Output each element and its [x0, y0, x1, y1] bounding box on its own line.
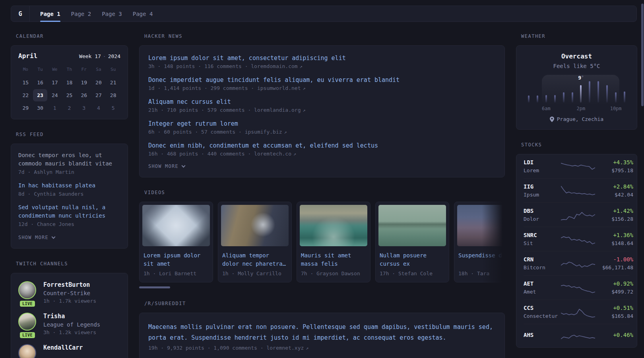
videos-scrollbar-track [139, 286, 505, 288]
chevron-down-icon [51, 235, 55, 239]
stock-change: +1.36% [595, 232, 633, 238]
weather-condition: Overcast [524, 53, 629, 60]
hacker-news-item: Lorem ipsum dolor sit amet, consectetur … [148, 54, 496, 69]
sparkline-chart [561, 184, 595, 197]
stock-row[interactable]: LDILorem+4.35%$795.18 [524, 154, 630, 178]
rss-item-title[interactable]: Sed volutpat nulla nisl, a condimentum n… [18, 203, 120, 220]
stock-info: CRNBitcorn [524, 256, 561, 270]
hacker-news-card: Lorem ipsum dolor sit amet, consectetur … [139, 45, 505, 177]
right-column: WEATHER Overcast Feels like 5°C 9° 6am2p… [516, 33, 637, 358]
twitch-channel[interactable]: LIVEForrestBurtonCounter-Strike1h · 1.7k… [18, 281, 120, 304]
home-logo[interactable]: G [11, 6, 30, 21]
weather-bar [597, 81, 599, 103]
video-title[interactable]: Aliquam tempor dolor nec pharetra… [221, 251, 289, 268]
live-badge: LIVE [19, 300, 36, 307]
weather-bar-slot [542, 81, 551, 103]
video-card[interactable]: Nullam posuere cursus ex17h · Stefan Col… [375, 202, 449, 282]
calendar-day: 18 [62, 76, 77, 89]
weather-bar [545, 95, 547, 103]
calendar-widget: CALENDAR April Week 17·2024 MoTuWeThFrSa… [11, 33, 128, 119]
stock-row[interactable]: AHS+0.46% [524, 324, 630, 347]
calendar-day: 29 [18, 102, 33, 114]
hacker-news-show-more-button[interactable]: SHOW MORE [148, 163, 496, 169]
video-card[interactable]: Mauris sit amet massa felis7h · Grayson … [297, 202, 370, 282]
twitch-channel-name[interactable]: ForrestBurton [43, 281, 96, 288]
videos-scrollbar-thumb[interactable] [139, 286, 170, 288]
weather-bar [563, 92, 564, 103]
rss-show-more-button[interactable]: SHOW MORE [18, 235, 120, 240]
calendar-weekday: Su [106, 64, 120, 76]
subreddit-post-title[interactable]: Maecenas mollis pulvinar erat non posuer… [148, 322, 496, 343]
video-card[interactable]: Lorem ipsum dolor sit amet consectetu…1h… [139, 202, 213, 282]
video-title[interactable]: Mauris sit amet massa felis [300, 251, 367, 268]
stock-ticker[interactable]: CRN [524, 256, 561, 263]
weather-time-label: 6am [542, 106, 551, 111]
hacker-news-item-title[interactable]: Integer eget rutrum lorem [148, 120, 496, 128]
video-title[interactable]: Suspendisse diam [457, 251, 505, 268]
hacker-news-item-title[interactable]: Lorem ipsum dolor sit amet, consectetur … [148, 54, 496, 62]
weather-bar [572, 92, 573, 103]
external-link-icon: ↗ [293, 151, 296, 157]
stock-row[interactable]: CCSConsectetur+0.51%$165.84 [524, 300, 630, 324]
twitch-channel-name[interactable]: Trisha [43, 313, 100, 320]
stock-info: CCSConsectetur [524, 305, 561, 319]
stock-row[interactable]: SNRCSit+1.36%$148.64 [524, 227, 630, 251]
weather-bar [624, 91, 625, 103]
tab-page-3[interactable]: Page 3 [102, 6, 122, 21]
twitch-channel[interactable]: KendallCarr [18, 344, 120, 358]
stock-name: Sit [524, 240, 561, 246]
stock-ticker[interactable]: IIG [524, 183, 561, 190]
video-title[interactable]: Nullam posuere cursus ex [378, 251, 446, 268]
calendar-day: 17 [47, 76, 62, 89]
calendar-day: 3 [77, 102, 91, 114]
rss-item: Donec tempor eros leo, ut commodo mauris… [18, 151, 120, 175]
stock-row[interactable]: CRNBitcorn-1.00%$66,171.48 [524, 251, 630, 275]
weather-bar-slot [611, 81, 620, 103]
tab-page-1[interactable]: Page 1 [40, 6, 60, 21]
page-scrollbar-thumb[interactable] [641, 4, 644, 106]
hacker-news-item-meta: 21h · 710 points · 579 comments · loreml… [148, 107, 496, 113]
stock-change: +0.46% [595, 332, 633, 338]
stock-ticker[interactable]: LDI [524, 159, 561, 165]
hacker-news-item: Integer eget rutrum lorem6h · 60 points … [148, 120, 496, 135]
hacker-news-item-title[interactable]: Donec imperdiet augue tincidunt felis al… [148, 76, 496, 84]
stock-sparkline [561, 329, 595, 342]
stock-values: +1.36%$148.64 [595, 232, 633, 246]
sparkline-chart [561, 232, 595, 246]
stock-sparkline [561, 305, 595, 319]
stock-row[interactable]: AETAmet+0.92%$499.72 [524, 275, 630, 300]
tab-page-4[interactable]: Page 4 [133, 6, 153, 21]
hacker-news-item: Donec enim nibh, condimentum et accumsan… [148, 142, 496, 157]
hacker-news-item: Donec imperdiet augue tincidunt felis al… [148, 76, 496, 91]
weather-bar-slot [577, 81, 586, 103]
tab-page-2[interactable]: Page 2 [71, 6, 91, 21]
stock-ticker[interactable]: SNRC [524, 232, 561, 238]
twitch-avatar: LIVE [18, 313, 37, 335]
stock-ticker[interactable]: CCS [524, 305, 561, 311]
weather-time-label: 10pm [610, 106, 622, 111]
calendar-day: 24 [47, 89, 62, 101]
stock-sparkline [561, 232, 595, 246]
rss-item-title[interactable]: In hac habitasse platea [18, 181, 120, 190]
stock-row[interactable]: IIGIpsum+2.84%$42.04 [524, 178, 630, 202]
weather-bar-slot [594, 81, 603, 103]
twitch-channel[interactable]: LIVETrishaLeague of Legends3h · 1.2k vie… [18, 313, 120, 335]
stock-ticker[interactable]: AET [524, 280, 561, 287]
stock-ticker[interactable]: DBS [524, 208, 561, 214]
video-card[interactable]: Suspendisse diam18h · Tara [454, 202, 505, 282]
stock-info: AHS [524, 332, 561, 340]
stock-row[interactable]: DBSDolor+1.42%$156.28 [524, 202, 630, 227]
video-title[interactable]: Lorem ipsum dolor sit amet consectetu… [142, 251, 210, 268]
calendar-weekday: We [47, 64, 62, 76]
hacker-news-item-title[interactable]: Donec enim nibh, condimentum et accumsan… [148, 142, 496, 150]
weather-time-label: 2pm [577, 106, 586, 111]
twitch-channel-name[interactable]: KendallCarr [43, 344, 83, 351]
rss-item-title[interactable]: Donec tempor eros leo, ut commodo mauris… [18, 151, 120, 168]
calendar-day: 2 [62, 102, 77, 114]
video-card[interactable]: Aliquam tempor dolor nec pharetra…1h · M… [218, 202, 292, 282]
calendar-day: 27 [91, 89, 106, 101]
stock-ticker[interactable]: AHS [524, 332, 561, 338]
calendar-week-year: Week 17·2024 [79, 53, 120, 59]
weather-bar [554, 95, 556, 103]
hacker-news-item-title[interactable]: Aliquam nec cursus elit [148, 98, 496, 106]
